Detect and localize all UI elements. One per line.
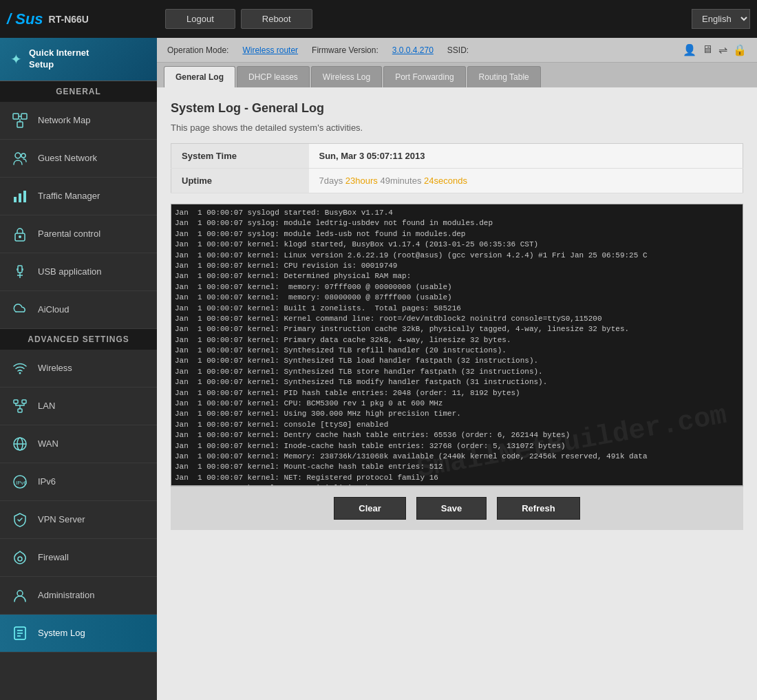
advanced-section-header: Advanced Settings [0, 329, 157, 350]
sidebar-item-usb-application[interactable]: USB application [0, 253, 157, 291]
model-name: RT-N66U [49, 14, 89, 25]
sidebar-item-wan[interactable]: WAN [0, 425, 157, 463]
page-title: System Log - General Log [171, 101, 743, 116]
guest-network-icon [10, 149, 30, 168]
system-log-icon [10, 624, 30, 643]
header-icons: 👤 🖥 ⇌ 🔒 [683, 43, 747, 56]
uptime-seconds: 24seconds [424, 176, 467, 186]
svg-point-17 [19, 372, 21, 374]
svg-point-6 [21, 153, 25, 158]
sidebar-label-wireless: Wireless [38, 363, 72, 373]
uptime-value: 7days 23hours 49minutes 24seconds [309, 169, 743, 193]
sidebar-item-wireless[interactable]: Wireless [0, 350, 157, 388]
reboot-button[interactable]: Reboot [241, 9, 312, 29]
monitor-icon: 🖥 [702, 43, 713, 56]
system-time-value: Sun, Mar 3 05:07:11 2013 [309, 144, 743, 169]
sidebar-label-aicloud: AiCloud [38, 304, 70, 315]
sidebar-label-administration: Administration [38, 590, 94, 600]
uptime-hours: 23hours [345, 176, 378, 186]
tab-port-forwarding[interactable]: Port Forwarding [383, 66, 465, 87]
sidebar-label-guest-network: Guest Network [38, 153, 97, 163]
logo-area: / Sus RT-N66U [7, 10, 165, 28]
sidebar-item-vpn-server[interactable]: VPN Server [0, 501, 157, 539]
uptime-minutes: 49minutes [380, 176, 421, 186]
sidebar-label-firewall: Firewall [38, 552, 69, 562]
svg-point-27 [17, 591, 23, 596]
top-buttons: Logout Reboot [165, 9, 692, 29]
sidebar-item-network-map[interactable]: Network Map [0, 102, 157, 140]
refresh-button[interactable]: Refresh [497, 497, 579, 520]
svg-rect-7 [14, 197, 17, 202]
traffic-manager-icon [10, 187, 30, 206]
uptime-label: Uptime [171, 169, 309, 193]
sidebar-label-parental-control: Parental control [38, 229, 100, 239]
tab-dhcp-leases[interactable]: DHCP leases [237, 66, 310, 87]
system-time-row: System Time Sun, Mar 3 05:07:11 2013 [171, 144, 743, 169]
header-bar: Operation Mode: Wireless router Firmware… [157, 38, 757, 63]
uptime-row: Uptime 7days 23hours 49minutes 24seconds [171, 169, 743, 193]
lan-icon [10, 396, 30, 416]
usb-application-icon [10, 262, 30, 282]
sidebar-item-aicloud[interactable]: AiCloud [0, 291, 157, 329]
sidebar-label-usb-application: USB application [38, 266, 102, 277]
tab-routing-table[interactable]: Routing Table [467, 66, 541, 87]
language-select[interactable]: English [692, 9, 750, 29]
user-icon: 👤 [683, 43, 696, 56]
svg-rect-18 [14, 400, 18, 403]
svg-point-5 [15, 153, 21, 158]
save-button[interactable]: Save [416, 497, 487, 520]
sidebar-item-traffic-manager[interactable]: Traffic Manager [0, 178, 157, 215]
firewall-icon [10, 548, 30, 567]
firmware-label: Firmware Version: [312, 45, 378, 55]
sidebar-item-guest-network[interactable]: Guest Network [0, 140, 157, 178]
content-area: Operation Mode: Wireless router Firmware… [157, 38, 757, 700]
svg-text:IPv6: IPv6 [16, 480, 28, 486]
operation-mode-label: Operation Mode: [167, 45, 228, 55]
firmware-value[interactable]: 3.0.0.4.270 [392, 45, 434, 55]
wan-icon [10, 434, 30, 454]
svg-rect-19 [22, 400, 26, 403]
administration-icon [10, 586, 30, 605]
sidebar-item-lan[interactable]: LAN [0, 388, 157, 425]
lock-icon: 🔒 [733, 43, 747, 56]
main-layout: ✦ Quick InternetSetup General Network Ma… [0, 38, 757, 700]
system-info-table: System Time Sun, Mar 3 05:07:11 2013 Upt… [171, 143, 743, 193]
network-map-icon [10, 111, 30, 130]
tab-general-log[interactable]: General Log [164, 66, 235, 87]
sidebar-label-network-map: Network Map [38, 115, 91, 125]
svg-rect-8 [19, 193, 21, 202]
vpn-server-icon [10, 510, 30, 529]
system-time-label: System Time [171, 144, 309, 169]
top-bar: / Sus RT-N66U Logout Reboot English [0, 0, 757, 38]
wireless-icon [10, 359, 30, 378]
quick-setup-item[interactable]: ✦ Quick InternetSetup [0, 38, 157, 81]
logout-button[interactable]: Logout [165, 9, 235, 29]
sidebar-item-ipv6[interactable]: IPv6 IPv6 [0, 463, 157, 501]
sidebar-label-ipv6: IPv6 [38, 476, 56, 487]
uptime-days: 7days [319, 176, 343, 186]
svg-rect-0 [13, 114, 19, 119]
general-section-header: General [0, 81, 157, 102]
sidebar-item-administration[interactable]: Administration [0, 577, 157, 615]
operation-mode-value[interactable]: Wireless router [242, 45, 298, 55]
log-container[interactable]: Jan 1 00:00:07 syslogd started: BusyBox … [171, 204, 743, 486]
asus-logo: / Sus [7, 10, 43, 28]
svg-point-26 [18, 557, 22, 561]
bottom-buttons: Clear Save Refresh [171, 486, 743, 530]
page-description: This page shows the detailed system's ac… [171, 123, 743, 133]
sidebar-label-system-log: System Log [38, 628, 85, 638]
sidebar-item-system-log[interactable]: System Log [0, 615, 157, 653]
tabs-container: General Log DHCP leases Wireless Log Por… [157, 63, 757, 87]
sidebar-item-parental-control[interactable]: Parental control [0, 215, 157, 253]
svg-rect-9 [23, 191, 26, 202]
sidebar-item-firewall[interactable]: Firewall [0, 539, 157, 577]
usb-icon: ⇌ [718, 43, 727, 56]
tab-wireless-log[interactable]: Wireless Log [311, 66, 382, 87]
ipv6-icon: IPv6 [10, 472, 30, 491]
sidebar-label-vpn-server: VPN Server [38, 514, 85, 524]
log-text: Jan 1 00:00:07 syslogd started: BusyBox … [175, 208, 739, 486]
parental-control-icon [10, 224, 30, 244]
clear-button[interactable]: Clear [334, 497, 406, 520]
aicloud-icon [10, 300, 30, 319]
lang-area: English [692, 9, 750, 29]
